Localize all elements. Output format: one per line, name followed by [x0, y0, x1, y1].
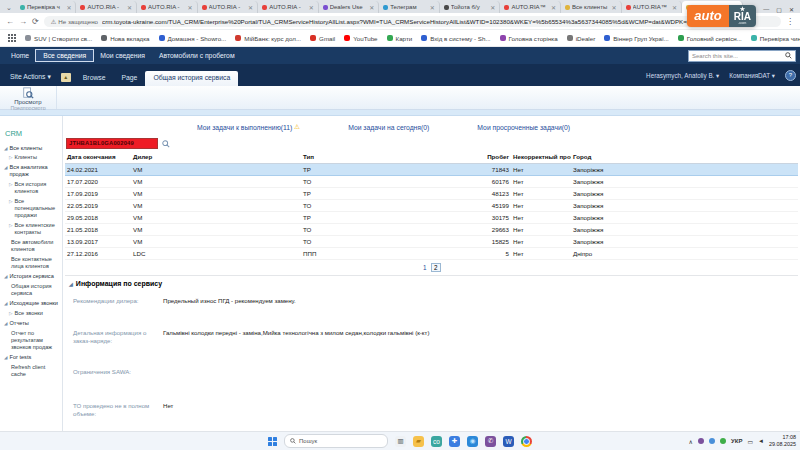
- chrome-icon[interactable]: [521, 436, 532, 447]
- language-indicator[interactable]: УКР: [731, 438, 742, 444]
- table-row[interactable]: 17.07.2020 VM ТО 60176 Нет Запоріжжя: [65, 176, 798, 188]
- camera-app-icon[interactable]: co: [431, 436, 442, 447]
- antivirus-tray-icon[interactable]: [720, 438, 726, 444]
- sidebar-item[interactable]: Отчет по результатам звонков продаж: [0, 329, 62, 353]
- clock[interactable]: 17:08 29.08.2025: [769, 434, 796, 448]
- table-row[interactable]: 13.09.2017 VM ТО 15825 Нет Запоріжжя: [65, 236, 798, 248]
- sidebar-item[interactable]: ▷ Все потенциальные продажи: [0, 197, 62, 221]
- viber-icon[interactable]: ✆: [485, 436, 496, 447]
- browser-tab[interactable]: AUTO.RIA - ✕: [137, 1, 198, 13]
- bookmark-item[interactable]: Вхід в систему - Sh...: [421, 35, 490, 42]
- bookmark-item[interactable]: YouTube: [344, 35, 377, 42]
- tab-close-icon[interactable]: ✕: [490, 4, 495, 11]
- display-tray-icon[interactable]: ▭: [747, 438, 753, 445]
- bookmark-item[interactable]: Gmail: [310, 35, 335, 42]
- ribbon-tab[interactable]: Page: [114, 71, 146, 86]
- tab-close-icon[interactable]: ✕: [672, 4, 677, 11]
- sidebar-item[interactable]: ◢ Исходящие звонки: [0, 299, 62, 309]
- browser-tab[interactable]: AUTO.RIA™ ✕: [622, 1, 683, 13]
- task-link[interactable]: Мои просроченные задачи(0) ⚠: [477, 123, 570, 131]
- tab-close-icon[interactable]: ✕: [309, 4, 314, 11]
- company-menu[interactable]: КомпанияDAT ▾: [729, 72, 775, 79]
- page-number[interactable]: 2: [431, 263, 442, 272]
- taskbar-search[interactable]: Пошук: [284, 434, 388, 448]
- bookmark-item[interactable]: iDealer: [567, 35, 596, 42]
- browser-tab[interactable]: Тойота б/у ✕: [440, 1, 501, 13]
- tab-search-dropdown-icon[interactable]: ⌄: [2, 4, 16, 13]
- table-row[interactable]: 24.02.2021 VM ТР 71843 Нет Запоріжжя: [65, 164, 798, 176]
- col-header-city[interactable]: Город: [571, 150, 651, 164]
- ribbon-tab[interactable]: Browse: [75, 71, 114, 86]
- user-menu[interactable]: Herasymych, Anatoliy B. ▾: [646, 72, 719, 79]
- tab-close-icon[interactable]: ✕: [188, 4, 193, 11]
- browser-tab[interactable]: AUTO.RIA - ✕: [258, 1, 319, 13]
- bookmark-item[interactable]: SUV | Створити св...: [25, 35, 92, 42]
- tab-close-icon[interactable]: ✕: [127, 4, 132, 11]
- sidebar-item[interactable]: Все автомобили клиентов: [0, 238, 62, 255]
- sidebar-item[interactable]: Общая история сервиса: [0, 282, 62, 299]
- bookmark-item[interactable]: Головна сторінка: [500, 35, 558, 42]
- sidebar-item[interactable]: ◢ Вся аналитика продаж: [0, 163, 62, 180]
- top-nav-item[interactable]: Автомобили с пробегом: [152, 50, 242, 61]
- file-explorer-icon[interactable]: ▰: [413, 436, 424, 447]
- reload-icon[interactable]: ⟳: [32, 17, 39, 26]
- volume-tray-icon[interactable]: ◄: [758, 438, 764, 444]
- tab-close-icon[interactable]: ✕: [248, 4, 253, 11]
- bookmark-item[interactable]: Перевірка чиннос...: [751, 35, 800, 42]
- task-view-icon[interactable]: ▥: [395, 436, 406, 447]
- sidebar-item[interactable]: ▷ Вся история клиентов: [0, 180, 62, 197]
- address-bar[interactable]: ⚠ Не защищено crm.toyota-ukraine.com/TUA…: [44, 16, 781, 27]
- bookmark-item[interactable]: Віннер Груп Украї...: [604, 35, 669, 42]
- security-chip[interactable]: ⚠ Не защищено: [51, 18, 98, 25]
- sidebar-item[interactable]: ◢ Отчеты: [0, 319, 62, 329]
- sidebar-item[interactable]: ◢ История сервиса: [0, 272, 62, 282]
- bookmark-item[interactable]: Нова вкладка: [101, 35, 149, 42]
- bookmark-item[interactable]: МійБанк: курс дол...: [235, 35, 301, 42]
- viber-tray-icon[interactable]: [698, 438, 704, 444]
- tab-close-icon[interactable]: ✕: [369, 4, 374, 11]
- onedrive-cloud-icon[interactable]: [709, 438, 715, 444]
- tray-chevron-icon[interactable]: ∧: [689, 438, 693, 445]
- tab-close-icon[interactable]: ✕: [430, 4, 435, 11]
- browser-tab[interactable]: Перевірка ч ✕: [16, 1, 77, 13]
- tab-close-icon[interactable]: ✕: [66, 4, 71, 11]
- col-header-mileage[interactable]: Пробег: [483, 150, 511, 164]
- sidebar-item[interactable]: Все контактные лица клиентов: [0, 255, 62, 272]
- vin-search-icon[interactable]: [162, 140, 170, 148]
- top-nav-item[interactable]: Home: [4, 50, 36, 61]
- browser-tab[interactable]: AUTO.RIA - ✕: [198, 1, 259, 13]
- table-row[interactable]: 17.09.2019 VM ТР 48123 Нет Запоріжжя: [65, 188, 798, 200]
- task-link[interactable]: Мои задачи к выполнению(11) ⚠: [197, 123, 300, 131]
- browser-tab[interactable]: Телеграм ✕: [379, 1, 440, 13]
- col-header-incorrect[interactable]: Некорректный пробег: [511, 150, 571, 164]
- table-row[interactable]: 27.12.2016 LDC ППП 5 Нет Дніпро: [65, 248, 798, 260]
- top-nav-item[interactable]: Все сведения: [36, 50, 93, 61]
- maximize-button[interactable]: ▢: [776, 6, 782, 13]
- bookmark-item[interactable]: Домашня - Showro...: [159, 35, 227, 42]
- apps-grid-icon[interactable]: [8, 34, 16, 42]
- page-number[interactable]: 1: [423, 264, 427, 271]
- view-button[interactable]: Просмотр: [14, 87, 41, 105]
- service-info-header[interactable]: ◢ Информация по сервису: [69, 280, 798, 287]
- tab-close-icon[interactable]: ✕: [611, 4, 616, 11]
- col-header-dealer[interactable]: Дилер: [131, 150, 301, 164]
- sidebar-item[interactable]: ◢ Все клиенты: [0, 143, 62, 153]
- col-header-date[interactable]: Дата окончания: [65, 150, 131, 164]
- help-icon[interactable]: ?: [785, 70, 796, 81]
- office-word-icon[interactable]: W: [503, 436, 514, 447]
- bookmark-item[interactable]: Карти: [387, 35, 413, 42]
- sidebar-item[interactable]: ▷ Все клиентские контракты: [0, 221, 62, 238]
- browser-tab[interactable]: AUTO.RIA - ✕: [76, 1, 137, 13]
- browser-tab[interactable]: Dealers Use ✕: [319, 1, 380, 13]
- browser-menu-icon[interactable]: ⋮: [786, 17, 794, 26]
- start-button[interactable]: [268, 437, 277, 446]
- sidebar-item[interactable]: Refresh client cache: [0, 363, 62, 380]
- browser-tab[interactable]: AUTO.RIA™ ✕: [500, 1, 561, 13]
- table-row[interactable]: 22.05.2019 VM ТО 45199 Нет Запоріжжя: [65, 200, 798, 212]
- sidebar-item[interactable]: ▷ Все звонки: [0, 309, 62, 319]
- minimize-button[interactable]: —: [763, 6, 769, 13]
- forward-icon[interactable]: →: [19, 17, 27, 26]
- browser-tab[interactable]: Все клиенты ✕: [561, 1, 622, 13]
- edge-browser-icon[interactable]: ◉: [467, 436, 478, 447]
- ribbon-tab-active[interactable]: Общая история сервиса: [145, 71, 238, 86]
